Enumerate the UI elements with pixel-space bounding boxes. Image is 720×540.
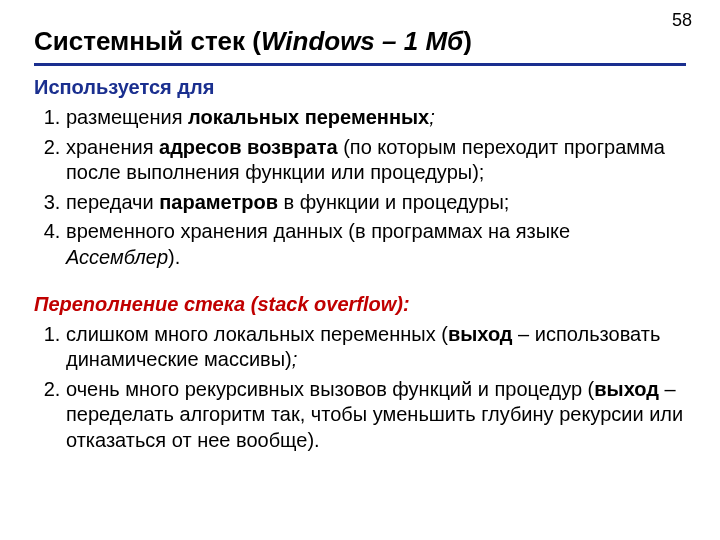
text-italic: Ассемблер [66, 246, 168, 268]
text-italic: ; [292, 348, 298, 370]
text: очень много рекурсивных вызовов функций … [66, 378, 594, 400]
section2-list: слишком много локальных переменных (выхо… [38, 322, 686, 454]
text-bold: адресов возврата [159, 136, 338, 158]
text-bold: параметров [159, 191, 278, 213]
list-item: хранения адресов возврата (по которым пе… [66, 135, 686, 186]
text: ). [168, 246, 180, 268]
list-item: размещения локальных переменных; [66, 105, 686, 131]
section2-heading: Переполнение стека (stack overflow): [34, 293, 686, 316]
text-bold: локальных переменных [188, 106, 429, 128]
text: хранения [66, 136, 159, 158]
list-item: слишком много локальных переменных (выхо… [66, 322, 686, 373]
page-number: 58 [672, 10, 692, 31]
list-item: передачи параметров в функции и процедур… [66, 190, 686, 216]
title-main: Системный стек ( [34, 26, 261, 56]
text-bold: выход [594, 378, 659, 400]
list-item: очень много рекурсивных вызовов функций … [66, 377, 686, 454]
slide: 58 Системный стек (Windows – 1 Мб) Испол… [0, 0, 720, 540]
text: в функции и процедуры; [278, 191, 509, 213]
text: размещения [66, 106, 188, 128]
section1-heading: Используется для [34, 76, 686, 99]
text: слишком много локальных переменных ( [66, 323, 448, 345]
text: передачи [66, 191, 159, 213]
section1-list: размещения локальных переменных; хранени… [38, 105, 686, 271]
title-close: ) [463, 26, 472, 56]
text-italic: ; [429, 106, 435, 128]
slide-title: Системный стек (Windows – 1 Мб) [34, 26, 686, 66]
list-item: временного хранения данных (в программах… [66, 219, 686, 270]
text: временного хранения данных (в программах… [66, 220, 570, 242]
title-paren: Windows – 1 Мб [261, 26, 463, 56]
text-bold: выход [448, 323, 513, 345]
